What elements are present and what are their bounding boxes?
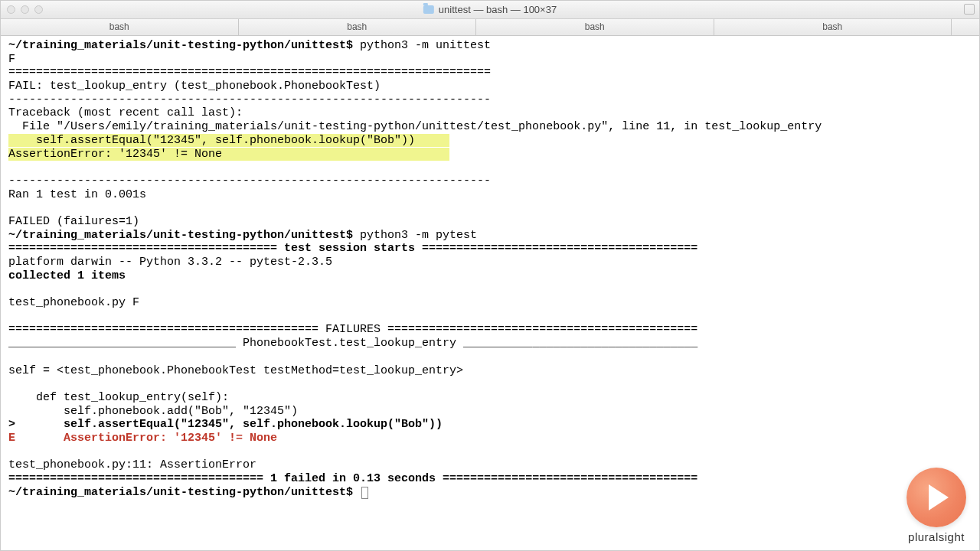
folder-icon [423, 5, 434, 14]
brand-label: pluralsight [908, 530, 965, 543]
separator: ----------------------------------------… [8, 93, 491, 106]
assertion-error-highlight: AssertionError: '12345' != None [8, 148, 449, 161]
result-f: F [8, 53, 15, 66]
tab-bash-4[interactable]: bash [714, 19, 952, 35]
session-header: ======================================= … [8, 242, 697, 255]
terminal-output[interactable]: ~/training_materials/unit-testing-python… [1, 36, 979, 550]
fail-header: FAIL: test_lookup_entry (test_phonebook.… [8, 80, 381, 93]
tab-bash-1[interactable]: bash [1, 19, 239, 35]
failed-summary: FAILED (failures=1) [8, 215, 139, 228]
error-location: test_phonebook.py:11: AssertionError [8, 458, 256, 471]
watermark: pluralsight [906, 468, 966, 543]
cursor-icon [361, 487, 368, 499]
add-line: self.phonebook.add("Bob", "12345") [8, 405, 298, 418]
tab-bash-3[interactable]: bash [476, 19, 714, 35]
error-line: E AssertionError: '12345' != None [8, 432, 277, 445]
separator: ========================================… [8, 66, 491, 79]
test-file-result: test_phonebook.py F [8, 296, 139, 309]
prompt-path: ~/training_materials/unit-testing-python… [8, 39, 346, 52]
failing-line: > self.assertEqual("12345", self.phonebo… [8, 418, 443, 431]
prompt-path: ~/training_materials/unit-testing-python… [8, 486, 346, 499]
prompt-dollar: $ [346, 39, 353, 52]
tab-overflow[interactable] [952, 19, 979, 35]
failures-header: ========================================… [8, 323, 697, 336]
separator: ----------------------------------------… [8, 174, 491, 187]
summary-line: ===================================== 1 … [8, 472, 697, 485]
ran-summary: Ran 1 test in 0.001s [8, 188, 146, 201]
prompt-path: ~/training_materials/unit-testing-python… [8, 229, 346, 242]
def-line: def test_lookup_entry(self): [8, 391, 229, 404]
collected-line: collected 1 items [8, 269, 126, 282]
traceback-file: File "/Users/emily/training_materials/un… [8, 120, 822, 133]
play-icon[interactable] [906, 468, 966, 527]
tab-bash-2[interactable]: bash [239, 19, 477, 35]
maximize-icon[interactable] [964, 4, 975, 15]
play-triangle-icon [929, 484, 949, 510]
test-name-header: _________________________________ Phoneb… [8, 337, 697, 350]
window-title: unittest — bash — 100×37 [423, 4, 557, 15]
terminal-window: unittest — bash — 100×37 bash bash bash … [0, 0, 980, 551]
traceback-header: Traceback (most recent call last): [8, 106, 243, 119]
close-icon[interactable] [7, 5, 15, 14]
titlebar: unittest — bash — 100×37 [1, 1, 979, 19]
prompt-dollar: $ [346, 486, 353, 499]
self-repr: self = <test_phonebook.PhonebookTest tes… [8, 364, 463, 377]
minimize-icon[interactable] [21, 5, 29, 14]
assert-line-highlight: self.assertEqual("12345", self.phonebook… [8, 134, 449, 147]
title-text: unittest — bash — 100×37 [439, 4, 557, 15]
command-pytest: python3 -m pytest [353, 229, 477, 242]
command-unittest: python3 -m unittest [353, 39, 491, 52]
window-controls [7, 5, 43, 14]
platform-line: platform darwin -- Python 3.3.2 -- pytes… [8, 256, 332, 269]
prompt-dollar: $ [346, 229, 353, 242]
zoom-icon[interactable] [34, 5, 43, 14]
tab-bar: bash bash bash bash [1, 19, 979, 36]
